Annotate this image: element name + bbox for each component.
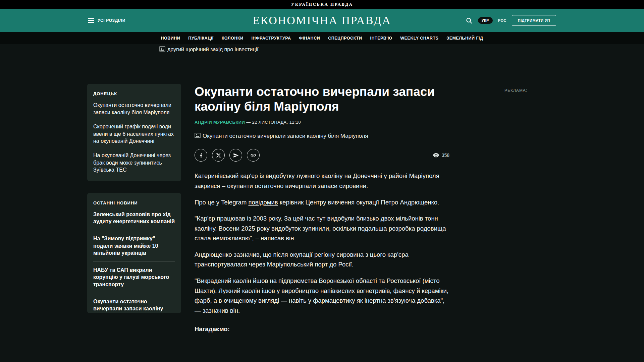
ad-banner-slot: другий щорічний захід про інвестиції xyxy=(159,46,485,84)
topic-box-donetsk: ДОНЕЦЬК Окупанти остаточно вичерпали зап… xyxy=(87,84,181,181)
article-paragraph: "Викрадений каолін йшов на підприємства … xyxy=(195,276,449,315)
language-toggle-ros[interactable]: РОС xyxy=(498,18,506,22)
sidebar: ДОНЕЦЬК Окупанти остаточно вичерпали зап… xyxy=(87,84,181,325)
right-ad-column: РЕКЛАМА: xyxy=(449,84,557,93)
facebook-icon xyxy=(198,153,204,158)
ad-banner-broken-image[interactable]: другий щорічний захід про інвестиції xyxy=(159,46,259,53)
ekonomichna-pravda-logo[interactable]: ЕКОНОМІЧНА ПРАВДА xyxy=(253,14,391,27)
nav-item-kolonky[interactable]: КОЛОНКИ xyxy=(222,36,244,41)
paragraph-text: Про це у Telegram xyxy=(195,199,248,206)
article-paragraph: Андрющенко зазначив, що після окупації р… xyxy=(195,250,449,269)
nav-item-zemelnyi-hid[interactable]: ЗЕМЕЛЬНИЙ ГІД xyxy=(446,36,483,41)
article-image-alt-text: Окупанти остаточно вичерпали запаси каол… xyxy=(203,133,368,139)
ad-banner-alt-text: другий щорічний захід про інвестиції xyxy=(167,46,259,53)
all-sections-label: УСІ РОЗДІЛИ xyxy=(98,18,125,23)
divider xyxy=(93,261,175,262)
view-counter: 358 xyxy=(433,152,449,159)
share-x-button[interactable] xyxy=(212,149,225,162)
primary-nav: НОВИНИ ПУБЛІКАЦІЇ КОЛОНКИ ІНФРАСТРУКТУРА… xyxy=(0,32,644,44)
nav-item-finansy[interactable]: ФІНАНСИ xyxy=(299,36,320,41)
article: Окупанти остаточно вичерпали запаси каол… xyxy=(195,84,449,341)
article-paragraph: Катеринівський кар'єр із видобутку лужно… xyxy=(195,171,449,191)
share-row: 358 xyxy=(195,149,449,162)
link-icon xyxy=(250,152,256,158)
share-telegram-button[interactable] xyxy=(229,149,242,162)
topic-box-title: ДОНЕЦЬК xyxy=(93,91,175,96)
author-link[interactable]: АНДРІЙ МУРАВСЬКИЙ xyxy=(195,120,245,125)
latest-news-item[interactable]: На "Зимову підтримку" подали заявки майж… xyxy=(93,235,175,257)
article-broken-image: Окупанти остаточно вичерпали запаси каол… xyxy=(195,133,368,139)
view-count: 358 xyxy=(442,153,449,158)
copy-link-button[interactable] xyxy=(247,149,260,162)
paragraph-text: керівник Центру вивчення окупації Петро … xyxy=(278,199,439,206)
support-up-button[interactable]: ПІДТРИМАТИ УП xyxy=(512,15,556,26)
publish-date: — 22 ЛИСТОПАДА, 12:10 xyxy=(246,120,301,125)
latest-news-item[interactable]: Окупанти остаточно вичерпали запаси каол… xyxy=(93,298,175,313)
nav-item-novyny[interactable]: НОВИНИ xyxy=(161,36,180,41)
latest-news-title: ОСТАННІ НОВИНИ xyxy=(93,200,175,205)
x-twitter-icon xyxy=(216,153,221,158)
sidebar-item[interactable]: Скорочений графік подачі води ввели в ще… xyxy=(93,123,175,145)
top-strip: УКРАЇНСЬКА ПРАВДА xyxy=(0,0,644,9)
site-header: УСІ РОЗДІЛИ ЕКОНОМІЧНА ПРАВДА УКР РОС ПІ… xyxy=(0,9,644,32)
latest-news-item[interactable]: Зеленський розповів про хід аудиту енерг… xyxy=(93,211,175,225)
telegram-icon xyxy=(233,153,239,158)
divider xyxy=(93,293,175,293)
latest-news-item[interactable]: НАБУ та САП викрили корупцію у галузі мо… xyxy=(93,266,175,288)
language-toggle-ukr[interactable]: УКР xyxy=(478,17,493,24)
latest-news-box: ОСТАННІ НОВИНИ Зеленський розповів про х… xyxy=(87,193,181,313)
nav-item-weekly-charts[interactable]: WEEKLY CHARTS xyxy=(400,36,438,41)
sidebar-item[interactable]: Окупанти остаточно вичерпали запаси каол… xyxy=(93,102,175,116)
header-right-controls: УКР РОС ПІДТРИМАТИ УП xyxy=(466,9,556,32)
broken-image-icon xyxy=(159,46,165,52)
byline: АНДРІЙ МУРАВСЬКИЙ — 22 ЛИСТОПАДА, 12:10 xyxy=(195,120,449,125)
main-container: ДОНЕЦЬК Окупанти остаточно вичерпали зап… xyxy=(87,84,557,341)
search-icon[interactable] xyxy=(466,17,473,24)
hamburger-icon[interactable] xyxy=(88,18,94,23)
all-sections-menu[interactable]: УСІ РОЗДІЛИ xyxy=(88,9,125,32)
broken-image-icon xyxy=(195,133,201,138)
article-paragraph: "Кар'єр працював із 2003 року. За цей ча… xyxy=(195,214,449,243)
source-link[interactable]: повідомив xyxy=(248,199,278,206)
reminder-label: Нагадаємо: xyxy=(195,324,449,334)
nav-item-infrastruktura[interactable]: ІНФРАСТРУКТУРА xyxy=(251,36,291,41)
nav-item-spetsproekty[interactable]: СПЕЦПРОЄКТИ xyxy=(328,36,362,41)
share-facebook-button[interactable] xyxy=(195,149,207,162)
ad-label: РЕКЛАМА: xyxy=(504,88,527,93)
eye-icon xyxy=(433,152,439,159)
nav-item-publikatsii[interactable]: ПУБЛІКАЦІЇ xyxy=(188,36,213,41)
nav-item-intervyu[interactable]: ІНТЕРВ'Ю xyxy=(370,36,392,41)
article-title: Окупанти остаточно вичерпали запаси каол… xyxy=(195,84,449,114)
divider xyxy=(93,230,175,230)
sidebar-item[interactable]: На окупованій Донеччині через брак води … xyxy=(93,152,175,174)
article-paragraph: Про це у Telegram повідомив керівник Цен… xyxy=(195,197,449,207)
ukrainska-pravda-logo[interactable]: УКРАЇНСЬКА ПРАВДА xyxy=(291,2,353,7)
